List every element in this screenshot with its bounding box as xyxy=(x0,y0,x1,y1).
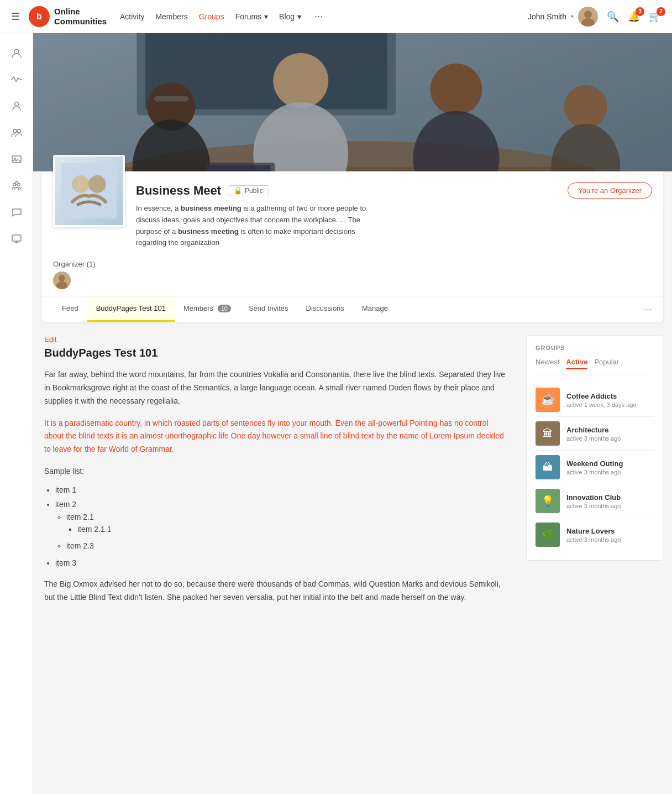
hero-image xyxy=(33,33,672,171)
svg-text:💡: 💡 xyxy=(542,495,554,507)
tab-buddypages[interactable]: BuddyPages Test 101 xyxy=(87,296,175,322)
article-body: Far far away, behind the word mountains,… xyxy=(44,368,506,604)
left-sidebar xyxy=(0,33,33,794)
main-content: Business Meet 🔓 Public You're an Organiz… xyxy=(33,33,672,794)
group-list-item[interactable]: 🏛 Architecture active 3 months ago xyxy=(536,417,654,451)
list-item: item 2.1 item 2.1.1 xyxy=(66,511,506,536)
article-sublist: item 2.1 item 2.1.1 item 2.3 xyxy=(66,511,506,552)
groups-tab-active[interactable]: Active xyxy=(566,358,587,369)
svg-text:☕: ☕ xyxy=(541,393,555,406)
group-list-item[interactable]: 🌿 Nature Lovers active 3 months ago xyxy=(536,518,654,551)
innovation-thumb-image: 💡 xyxy=(536,489,560,513)
group-item-name: Innovation Club xyxy=(566,493,654,502)
group-item-info-coffee: Coffee Addicts active 1 week, 3 days ago xyxy=(566,392,654,408)
hero-scene-svg xyxy=(33,33,672,171)
svg-point-35 xyxy=(59,275,65,281)
user-menu[interactable]: John Smith ▾ xyxy=(528,7,598,27)
nav-members[interactable]: Members xyxy=(155,12,187,21)
article-list: item 1 item 2 item 2.1 item 2.1.1 xyxy=(55,484,506,569)
tabs-more-icon[interactable]: ··· xyxy=(644,304,652,315)
topnav-right-section: John Smith ▾ 🔍 🔔 3 🛒 2 xyxy=(528,7,661,27)
nav-forums[interactable]: Forums ▾ xyxy=(235,12,268,21)
tab-manage[interactable]: Manage xyxy=(353,296,397,322)
sidebar-media-icon[interactable] xyxy=(6,148,28,170)
handshake-icon xyxy=(61,163,117,218)
list-item: item 2.1.1 xyxy=(77,523,506,535)
search-icon[interactable]: 🔍 xyxy=(607,11,619,23)
tab-members[interactable]: Members 10 xyxy=(175,296,240,322)
svg-rect-7 xyxy=(12,156,21,163)
list-item: item 2.3 xyxy=(66,540,506,552)
svg-rect-31 xyxy=(61,163,117,218)
group-tabs: Feed BuddyPages Test 101 Members 10 Send… xyxy=(42,296,663,322)
organizer-button[interactable]: You're an Organizer xyxy=(568,182,652,198)
group-item-info-nature: Nature Lovers active 3 months ago xyxy=(566,527,654,543)
nav-more-icon[interactable]: ··· xyxy=(314,11,323,22)
groups-tab-newest[interactable]: Newest xyxy=(536,358,559,369)
sidebar-community-icon[interactable] xyxy=(6,175,28,197)
cart-badge: 2 xyxy=(657,7,665,16)
sample-list-label: Sample list: xyxy=(44,465,506,478)
article-subsublist: item 2.1.1 xyxy=(77,523,506,535)
tab-send-invites[interactable]: Send Invites xyxy=(240,296,297,322)
notifications-icon[interactable]: 🔔 3 xyxy=(628,11,640,23)
group-info: Business Meet 🔓 Public You're an Organiz… xyxy=(136,182,652,249)
group-item-info-arch: Architecture active 3 months ago xyxy=(566,426,654,442)
sidebar-activity-icon[interactable] xyxy=(6,69,28,91)
groups-tab-popular[interactable]: Popular xyxy=(594,358,619,369)
top-navigation: ☰ b Online Communities Activity Members … xyxy=(0,0,672,33)
lock-icon: 🔓 xyxy=(234,187,242,195)
avatar[interactable] xyxy=(578,7,598,27)
group-thumbnail-weekend: 🏔 xyxy=(536,455,560,479)
sidebar-groups-icon[interactable] xyxy=(6,122,28,144)
group-thumbnail-innovation: 💡 xyxy=(536,489,560,513)
svg-point-33 xyxy=(88,175,106,193)
group-thumbnail-nature: 🌿 xyxy=(536,523,560,547)
nav-groups[interactable]: Groups xyxy=(199,12,224,21)
group-list-item[interactable]: ☕ Coffee Addicts active 1 week, 3 days a… xyxy=(536,383,654,417)
svg-rect-30 xyxy=(33,33,672,171)
list-item: item 1 xyxy=(55,484,506,496)
edit-link[interactable]: Edit xyxy=(44,335,506,343)
group-name-row: Business Meet 🔓 Public You're an Organiz… xyxy=(136,182,652,198)
group-logo-image xyxy=(55,156,123,225)
groups-filter-tabs: Newest Active Popular xyxy=(536,358,654,374)
group-item-active-time: active 3 months ago xyxy=(566,536,654,543)
sidebar-user-icon[interactable] xyxy=(6,42,28,64)
organizer-avatar-image xyxy=(53,271,71,289)
svg-point-11 xyxy=(15,182,18,185)
article-main: Edit BuddyPages Test 101 Far far away, b… xyxy=(33,322,517,626)
nav-activity[interactable]: Activity xyxy=(120,12,144,21)
site-logo[interactable]: b Online Communities xyxy=(29,6,107,27)
members-count-badge: 10 xyxy=(218,305,231,312)
tab-discussions[interactable]: Discussions xyxy=(297,296,353,322)
group-list-item[interactable]: 🏔 Weekend Outing active 3 months ago xyxy=(536,451,654,484)
article-final-paragraph: The Big Oxmox advised her not to do so, … xyxy=(44,578,506,604)
group-item-info-innovation: Innovation Club active 3 months ago xyxy=(566,493,654,509)
group-item-active-time: active 3 months ago xyxy=(566,435,654,442)
cart-icon[interactable]: 🛒 2 xyxy=(649,11,661,23)
organizer-avatar[interactable] xyxy=(53,271,71,289)
svg-point-32 xyxy=(72,175,90,193)
groups-sidebar-container: GROUPS Newest Active Popular ☕ xyxy=(517,322,672,626)
forums-chevron-icon: ▾ xyxy=(264,12,268,21)
organizer-row: Organizer (1) xyxy=(42,260,663,296)
article-title: BuddyPages Test 101 xyxy=(44,347,506,359)
article-paragraph-2: It is a paradisematic country, in which … xyxy=(44,417,506,456)
weekend-thumb-image: 🏔 xyxy=(536,455,560,479)
group-card: Business Meet 🔓 Public You're an Organiz… xyxy=(42,171,663,322)
sidebar-display-icon[interactable] xyxy=(6,228,28,250)
sidebar-chat-icon[interactable] xyxy=(6,201,28,223)
tab-feed[interactable]: Feed xyxy=(53,296,87,322)
groups-sidebar-title: GROUPS xyxy=(536,344,654,351)
svg-point-6 xyxy=(17,129,20,133)
user-name: John Smith xyxy=(528,12,566,21)
arch-thumb-image: 🏛 xyxy=(536,421,560,446)
sidebar-profile-icon[interactable] xyxy=(6,95,28,117)
svg-point-4 xyxy=(14,102,18,106)
group-list-item[interactable]: 💡 Innovation Club active 3 months ago xyxy=(536,484,654,518)
page-layout: Business Meet 🔓 Public You're an Organiz… xyxy=(0,33,672,794)
article-paragraph-1: Far far away, behind the word mountains,… xyxy=(44,368,506,408)
nav-blog[interactable]: Blog ▾ xyxy=(279,12,301,21)
hamburger-menu-icon[interactable]: ☰ xyxy=(11,11,20,23)
